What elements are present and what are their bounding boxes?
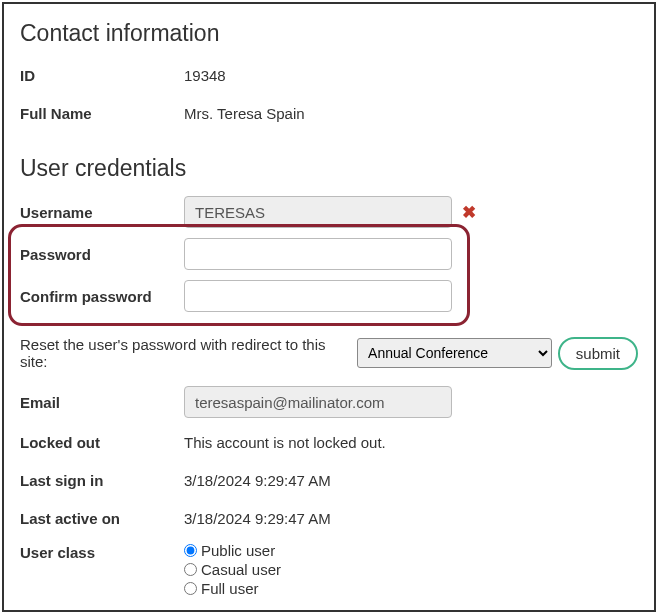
user-class-public-radio[interactable] (184, 544, 197, 557)
last-signin-value: 3/18/2024 9:29:47 AM (184, 472, 638, 489)
reset-password-text: Reset the user's password with redirect … (20, 336, 351, 370)
credentials-heading: User credentials (20, 155, 638, 182)
username-input[interactable] (184, 196, 452, 228)
user-class-label: User class (20, 542, 184, 561)
email-row: Email (20, 386, 638, 418)
password-row: Password (20, 238, 638, 270)
id-value: 19348 (184, 67, 638, 84)
locked-out-row: Locked out This account is not locked ou… (20, 428, 638, 456)
user-class-row: User class Public user Casual user Full … (20, 542, 638, 597)
submit-button[interactable]: submit (558, 337, 638, 370)
user-class-public[interactable]: Public user (184, 542, 281, 559)
confirm-password-row: Confirm password (20, 280, 638, 312)
last-signin-row: Last sign in 3/18/2024 9:29:47 AM (20, 466, 638, 494)
delete-username-icon[interactable]: ✖ (462, 204, 476, 221)
last-signin-label: Last sign in (20, 472, 184, 489)
id-row: ID 19348 (20, 61, 638, 89)
contact-panel: Contact information ID 19348 Full Name M… (2, 2, 656, 612)
user-class-full-label: Full user (201, 580, 259, 597)
contact-heading: Contact information (20, 20, 638, 47)
reset-password-row: Reset the user's password with redirect … (20, 336, 638, 370)
user-class-radio-group: Public user Casual user Full user (184, 542, 281, 597)
confirm-password-label: Confirm password (20, 288, 184, 305)
password-label: Password (20, 246, 184, 263)
username-label: Username (20, 204, 184, 221)
password-input[interactable] (184, 238, 452, 270)
id-label: ID (20, 67, 184, 84)
user-class-casual-label: Casual user (201, 561, 281, 578)
email-input[interactable] (184, 386, 452, 418)
user-class-casual[interactable]: Casual user (184, 561, 281, 578)
locked-out-label: Locked out (20, 434, 184, 451)
last-active-label: Last active on (20, 510, 184, 527)
email-label: Email (20, 394, 184, 411)
reset-site-select[interactable]: Annual Conference (357, 338, 552, 368)
fullname-row: Full Name Mrs. Teresa Spain (20, 99, 638, 127)
last-active-value: 3/18/2024 9:29:47 AM (184, 510, 638, 527)
last-active-row: Last active on 3/18/2024 9:29:47 AM (20, 504, 638, 532)
user-class-casual-radio[interactable] (184, 563, 197, 576)
username-row: Username ✖ (20, 196, 638, 228)
user-class-full-radio[interactable] (184, 582, 197, 595)
fullname-value: Mrs. Teresa Spain (184, 105, 638, 122)
locked-out-value: This account is not locked out. (184, 434, 638, 451)
fullname-label: Full Name (20, 105, 184, 122)
confirm-password-input[interactable] (184, 280, 452, 312)
user-class-public-label: Public user (201, 542, 275, 559)
user-class-full[interactable]: Full user (184, 580, 281, 597)
